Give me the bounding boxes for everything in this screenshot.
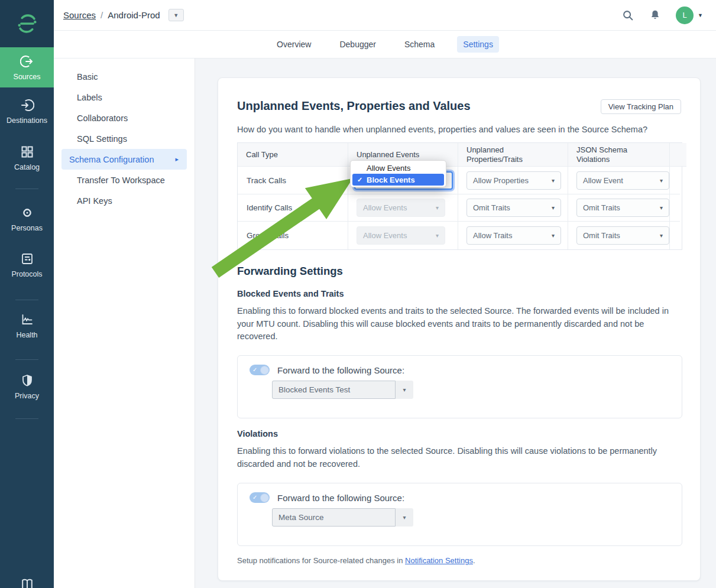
column-header-spacer	[670, 143, 686, 167]
chevron-down-icon: ▾	[436, 204, 439, 211]
blocked-events-source-select[interactable]: Blocked Events Test ▾	[272, 381, 413, 399]
chevron-down-icon: ▾	[436, 232, 439, 239]
segment-logo-icon	[14, 11, 40, 37]
track-calls-violations-select[interactable]: Allow Event ▾	[576, 171, 669, 190]
tab-settings[interactable]: Settings	[457, 36, 499, 53]
row-spacer	[670, 194, 680, 222]
view-tracking-plan-button[interactable]: View Tracking Plan	[601, 99, 681, 114]
app-window: Sources Destinations Catalog Personas	[0, 0, 716, 588]
row-spacer	[670, 167, 680, 194]
forwarding-settings-title: Forwarding Settings	[237, 265, 343, 278]
health-icon	[20, 313, 34, 327]
forward-source-label: Forward to the following Source:	[277, 493, 404, 503]
notifications-button[interactable]	[649, 9, 662, 22]
track-calls-properties-cell: Allow Properties ▾	[458, 167, 568, 194]
catalog-icon	[20, 145, 34, 159]
violations-description: Enabling this to forward violations to t…	[237, 445, 676, 470]
avatar[interactable]: L	[676, 7, 694, 24]
primary-sidebar: Sources Destinations Catalog Personas	[0, 0, 54, 588]
settings-menu-item-transfer-to-workspace[interactable]: Transfer To Workspace	[61, 170, 187, 190]
settings-menu-item-labels[interactable]: Labels	[61, 87, 187, 108]
blocked-events-description: Enabling this to forward blocked events …	[237, 305, 676, 343]
personas-icon	[20, 206, 34, 220]
sidebar-item-docs[interactable]	[0, 577, 54, 588]
settings-menu-item-label: Schema Configuration	[69, 155, 154, 164]
unplanned-events-dropdown-menu: ✓ Allow Events ✓ Block Events	[350, 160, 446, 187]
tab-debugger[interactable]: Debugger	[333, 36, 382, 53]
identify-calls-properties-cell: Omit Traits ▾	[458, 194, 568, 222]
sidebar-item-privacy[interactable]: Privacy	[0, 373, 54, 400]
sidebar-item-label: Sources	[14, 73, 41, 81]
identify-calls-violations-select[interactable]: Omit Traits ▾	[576, 199, 669, 217]
source-switcher-button[interactable]: ▼	[169, 9, 184, 21]
violations-forward-toggle[interactable]: ✓	[250, 492, 270, 503]
breadcrumb-separator: /	[101, 10, 103, 20]
sidebar-item-label: Protocols	[11, 270, 42, 278]
table-row-identify-calls-label: Identify Calls	[238, 194, 348, 222]
chevron-down-icon: ▼	[698, 12, 703, 18]
column-header-unplanned-properties-traits: Unplanned Properties/Traits	[458, 143, 568, 167]
settings-menu-item-schema-configuration[interactable]: Schema Configuration ▸	[61, 149, 187, 170]
settings-menu-item-collaborators[interactable]: Collaborators	[61, 108, 187, 128]
identify-calls-properties-select[interactable]: Omit Traits ▾	[466, 199, 561, 217]
select-value: Allow Events	[363, 203, 407, 212]
bell-icon	[649, 9, 662, 22]
breadcrumb-sources-link[interactable]: Sources	[63, 10, 96, 20]
identify-calls-unplanned-events-select: Allow Events ▾	[357, 199, 445, 217]
protocols-icon	[20, 252, 34, 266]
segment-logo[interactable]	[0, 0, 54, 47]
blocked-events-forward-toggle[interactable]: ✓	[250, 365, 270, 375]
breadcrumb: Sources / Android-Prod ▼	[63, 9, 184, 21]
tab-overview[interactable]: Overview	[271, 36, 317, 53]
group-calls-violations-cell: Omit Traits ▾	[568, 222, 670, 249]
dropdown-option-block-events[interactable]: ✓ Block Events	[352, 174, 444, 186]
sidebar-item-health[interactable]: Health	[0, 313, 54, 339]
sidebar-item-personas[interactable]: Personas	[0, 206, 54, 232]
page-title: Unplanned Events, Properties and Values	[237, 99, 471, 113]
main-content: Unplanned Events, Properties and Values …	[195, 59, 716, 588]
settings-menu-item-sql-settings[interactable]: SQL Settings	[61, 128, 187, 149]
blocked-events-forward-card: ✓ Forward to the following Source: Block…	[237, 355, 682, 418]
group-calls-violations-select[interactable]: Omit Traits ▾	[576, 226, 669, 245]
chevron-right-icon: ▸	[175, 155, 179, 163]
sidebar-divider	[15, 418, 38, 419]
select-value: Allow Properties	[473, 176, 529, 185]
sidebar-item-protocols[interactable]: Protocols	[0, 252, 54, 278]
blocked-events-heading: Blocked Events and Traits	[237, 289, 344, 298]
notification-settings-link[interactable]: Notification Settings	[405, 556, 473, 565]
destinations-icon	[20, 98, 34, 112]
notifications-note: Setup notifications for Source-related c…	[237, 556, 475, 565]
unplanned-settings-table: Call Type Unplanned Events Unplanned Pro…	[237, 142, 682, 250]
account-menu[interactable]: L ▼	[676, 7, 703, 24]
chevron-down-icon: ▾	[660, 177, 663, 184]
select-value: Allow Event	[583, 176, 623, 185]
sidebar-item-label: Catalog	[14, 163, 40, 171]
sidebar-item-catalog[interactable]: Catalog	[0, 145, 54, 171]
track-calls-violations-cell: Allow Event ▾	[568, 167, 670, 194]
sidebar-item-sources[interactable]: Sources	[0, 47, 54, 87]
tab-schema[interactable]: Schema	[399, 36, 440, 53]
select-value: Meta Source	[272, 508, 396, 527]
sidebar-divider	[15, 359, 38, 360]
chevron-down-icon: ▾	[552, 204, 555, 211]
chevron-down-icon: ▾	[396, 508, 413, 527]
sidebar-item-destinations[interactable]: Destinations	[0, 98, 54, 125]
settings-menu-item-basic[interactable]: Basic	[61, 66, 187, 87]
select-value: Omit Traits	[473, 203, 510, 212]
settings-menu-item-api-keys[interactable]: API Keys	[61, 190, 187, 211]
dropdown-option-allow-events[interactable]: ✓ Allow Events	[352, 162, 444, 174]
sidebar-item-label: Privacy	[15, 392, 39, 400]
chevron-down-icon: ▼	[173, 12, 179, 18]
schema-settings-card: Unplanned Events, Properties and Values …	[218, 77, 701, 581]
search-button[interactable]	[621, 9, 634, 22]
group-calls-properties-cell: Allow Traits ▾	[458, 222, 568, 249]
check-icon: ✓	[357, 176, 367, 184]
group-calls-unplanned-events-cell: Allow Events ▾	[348, 222, 458, 249]
note-text: Setup notifications for Source-related c…	[237, 556, 405, 565]
forward-source-label: Forward to the following Source:	[277, 365, 404, 375]
column-header-json-schema-violations: JSON Schema Violations	[568, 143, 670, 167]
group-calls-properties-select[interactable]: Allow Traits ▾	[466, 226, 561, 245]
identify-calls-violations-cell: Omit Traits ▾	[568, 194, 670, 222]
track-calls-properties-select[interactable]: Allow Properties ▾	[466, 171, 561, 190]
violations-source-select[interactable]: Meta Source ▾	[272, 508, 413, 527]
